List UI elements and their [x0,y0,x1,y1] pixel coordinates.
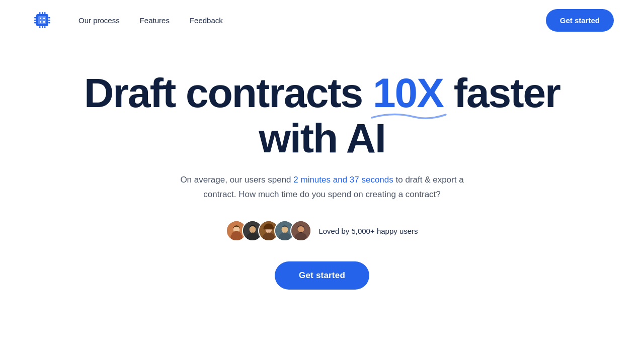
avatars-group [226,220,311,241]
hero-subtitle-part1: On average, our users spend [180,175,293,185]
svg-rect-4 [40,21,41,23]
svg-rect-14 [34,22,36,24]
svg-point-22 [250,226,256,233]
hero-subtitle: On average, our users spend 2 minutes an… [166,173,478,202]
svg-rect-16 [48,20,50,21]
hero-section: Draft contracts 10X faster with AI On av… [0,40,644,290]
logo[interactable] [30,8,54,32]
hero-title-part1: Draft contracts [84,70,373,116]
nav-link-features[interactable]: Features [140,16,170,25]
hero-title-line2: with AI [259,115,385,161]
svg-rect-6 [39,12,41,14]
svg-rect-9 [39,26,41,28]
svg-rect-13 [34,20,36,21]
nav-link-feedback[interactable]: Feedback [190,16,223,25]
social-proof-text: Loved by 5,000+ happy users [318,227,418,235]
hero-subtitle-highlight: 2 minutes and 37 seconds [293,175,393,185]
navbar-left: Our process Features Feedback [30,8,223,32]
get-started-hero-button[interactable]: Get started [275,261,369,290]
social-proof: Loved by 5,000+ happy users [226,220,418,241]
svg-rect-17 [48,22,50,24]
svg-rect-10 [42,26,43,28]
svg-rect-1 [38,16,46,24]
hero-title-part2: faster [443,70,560,116]
svg-rect-7 [42,12,43,14]
svg-rect-15 [48,17,50,19]
svg-rect-5 [43,21,45,23]
svg-rect-8 [44,12,46,14]
svg-rect-11 [44,26,46,28]
nav-link-our-process[interactable]: Our process [78,16,120,25]
get-started-nav-button[interactable]: Get started [546,9,614,32]
navbar: Our process Features Feedback Get starte… [0,0,644,40]
nav-links: Our process Features Feedback [78,16,223,25]
svg-rect-2 [40,18,41,19]
svg-rect-3 [43,18,45,19]
hero-title: Draft contracts 10X faster with AI [84,70,560,161]
avatar [290,220,311,241]
svg-rect-12 [34,17,36,19]
hero-title-highlight: 10X [373,70,443,116]
